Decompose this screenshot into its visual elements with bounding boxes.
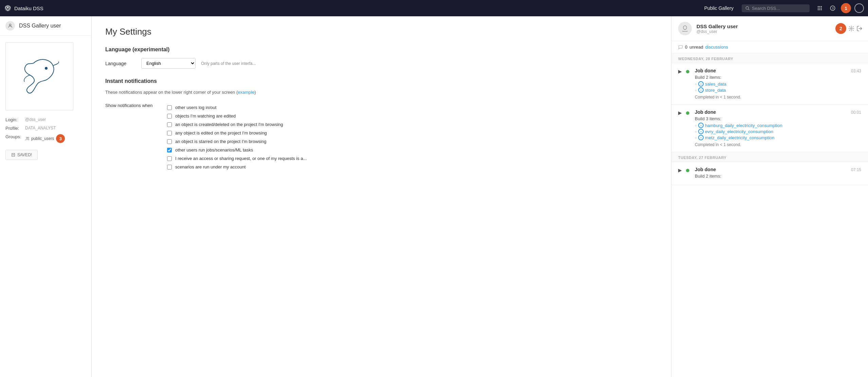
link-evry[interactable]: evry_daily_electricity_consumption bbox=[705, 129, 773, 134]
right-panel: DSS Gallery user @dss_user 2 bbox=[671, 16, 868, 377]
help-icon[interactable]: ? bbox=[828, 3, 837, 13]
link-item-sales: ○ i sales_data bbox=[695, 81, 847, 87]
checkbox-3[interactable] bbox=[167, 131, 172, 136]
checkbox-label-3: any object is edited on the project I'm … bbox=[175, 130, 267, 136]
checkbox-list: other users log in/outobjects I'm watchi… bbox=[167, 105, 307, 169]
left-panel: DSS Gallery user Login: @dss_user Profil… bbox=[0, 16, 92, 377]
settings-icon[interactable] bbox=[848, 25, 854, 32]
checkbox-5[interactable] bbox=[167, 148, 172, 152]
link-sales-data[interactable]: sales_data bbox=[705, 82, 726, 87]
play-icon-3[interactable]: ▶ bbox=[678, 167, 682, 173]
grid-icon[interactable] bbox=[815, 3, 825, 13]
unread-label: unread bbox=[689, 44, 703, 50]
dot-wrap-1 bbox=[686, 68, 691, 73]
activity-sub-1: Build 2 items: bbox=[695, 75, 847, 80]
dataset-icon-evry: i bbox=[698, 129, 704, 134]
right-panel-header: DSS Gallery user @dss_user 2 bbox=[671, 16, 868, 41]
dataset-icon-hamburg: i bbox=[698, 123, 704, 128]
nav-icons: ? 1 bbox=[815, 3, 864, 13]
link-store-data[interactable]: store_data bbox=[705, 88, 726, 93]
status-dot-1 bbox=[686, 70, 689, 73]
saved-button[interactable]: SAVED! bbox=[5, 150, 38, 160]
public-gallery-link[interactable]: Public Gallery bbox=[699, 5, 739, 11]
link-metz[interactable]: metz_daily_electricity_consumption bbox=[705, 135, 774, 140]
activity-title-3: Job done bbox=[695, 167, 847, 172]
svg-rect-5 bbox=[818, 8, 819, 9]
checkbox-label-1: objects I'm watching are edited bbox=[175, 113, 236, 119]
checkbox-item-1: objects I'm watching are edited bbox=[167, 113, 307, 119]
search-input[interactable] bbox=[752, 6, 803, 11]
svg-point-15 bbox=[26, 137, 28, 139]
example-link[interactable]: example bbox=[238, 90, 254, 95]
search-icon bbox=[745, 6, 750, 11]
activity-title-2: Job done bbox=[695, 109, 847, 115]
svg-rect-10 bbox=[821, 9, 822, 10]
user-badge-1[interactable]: 1 bbox=[841, 3, 851, 13]
svg-rect-18 bbox=[13, 154, 14, 155]
link-item-metz: ○ i metz_daily_electricity_consumption bbox=[695, 135, 847, 140]
link-hamburg[interactable]: hamburg_daily_electricity_consumption bbox=[705, 123, 782, 128]
right-panel-actions: 2 bbox=[835, 23, 863, 34]
link-item-hamburg: ○ i hamburg_daily_electricity_consumptio… bbox=[695, 123, 847, 128]
unread-bar: 0 unread discussions bbox=[671, 41, 868, 53]
svg-rect-8 bbox=[818, 9, 819, 10]
day-header-2: TUESDAY, 27 FEBRUARY bbox=[671, 152, 868, 162]
activity-title-1: Job done bbox=[695, 68, 847, 73]
activity-completed-2: Completed in < 1 second. bbox=[695, 142, 847, 147]
dataset-icon-store: i bbox=[698, 87, 704, 93]
user-avatar-image bbox=[12, 49, 67, 104]
activity-item-1: ▶ Job done Build 2 items: ○ i sales_data… bbox=[671, 63, 868, 105]
activity-time-3: 07:15 bbox=[851, 167, 861, 172]
language-select[interactable]: English French German bbox=[141, 58, 196, 69]
main-layout: DSS Gallery user Login: @dss_user Profil… bbox=[0, 16, 868, 377]
badge-2: 2 bbox=[835, 23, 846, 34]
link-item-store: ○ i store_data bbox=[695, 87, 847, 93]
unread-count: 0 bbox=[685, 44, 687, 50]
checkbox-4[interactable] bbox=[167, 139, 172, 144]
login-row: Login: @dss_user bbox=[5, 117, 86, 122]
user-avatar-circle[interactable] bbox=[854, 3, 864, 13]
saved-button-label: SAVED! bbox=[17, 152, 32, 157]
checkbox-label-2: an object is created/deleted on the proj… bbox=[175, 122, 283, 127]
save-icon bbox=[11, 153, 15, 157]
svg-rect-19 bbox=[12, 155, 14, 157]
checkbox-item-2: an object is created/deleted on the proj… bbox=[167, 122, 307, 127]
checkbox-item-7: scenarios are run under my account bbox=[167, 164, 307, 169]
play-icon-1[interactable]: ▶ bbox=[678, 69, 682, 74]
checkbox-6[interactable] bbox=[167, 156, 172, 161]
app-logo[interactable]: Dataiku DSS bbox=[4, 4, 43, 12]
svg-point-20 bbox=[851, 28, 852, 30]
link-item-evry: ○ i evry_daily_electricity_consumption bbox=[695, 129, 847, 134]
groups-label: Groups: bbox=[5, 134, 23, 139]
profile-label: Profile: bbox=[5, 126, 23, 131]
user-header-icon bbox=[5, 21, 15, 31]
checkbox-7[interactable] bbox=[167, 165, 172, 169]
profile-row: Profile: DATA_ANALYST bbox=[5, 126, 86, 131]
search-bar[interactable] bbox=[742, 4, 810, 12]
main-content: My Settings Language (experimental) Lang… bbox=[92, 16, 671, 377]
day-header-1: WEDNESDAY, 28 FEBRUARY bbox=[671, 53, 868, 63]
activity-sub-3: Build 2 items: bbox=[695, 174, 847, 179]
discussions-link[interactable]: discussions bbox=[705, 44, 728, 50]
checkbox-0[interactable] bbox=[167, 105, 172, 110]
svg-text:?: ? bbox=[832, 6, 834, 10]
checkbox-label-6: I receive an access or sharing request, … bbox=[175, 156, 307, 161]
activity-completed-1: Completed in < 1 second. bbox=[695, 95, 847, 100]
activity-item-2: ▶ Job done Build 3 items: ○ i hamburg_da… bbox=[671, 105, 868, 152]
user-avatar-box bbox=[5, 42, 73, 110]
svg-rect-9 bbox=[819, 9, 820, 10]
activity-body-3: Job done Build 2 items: bbox=[695, 167, 847, 180]
checkbox-1[interactable] bbox=[167, 114, 172, 119]
svg-rect-4 bbox=[821, 6, 822, 7]
checkbox-item-6: I receive an access or sharing request, … bbox=[167, 156, 307, 161]
group-tag: public_users bbox=[25, 136, 54, 141]
logout-icon[interactable] bbox=[856, 25, 863, 32]
checkbox-2[interactable] bbox=[167, 122, 172, 127]
status-dot-2 bbox=[686, 111, 689, 115]
play-icon-2[interactable]: ▶ bbox=[678, 110, 682, 115]
svg-rect-6 bbox=[819, 8, 820, 9]
right-panel-avatar bbox=[678, 22, 692, 35]
language-label: Language bbox=[105, 61, 136, 66]
user-info: Login: @dss_user Profile: DATA_ANALYST G… bbox=[0, 117, 91, 143]
svg-point-0 bbox=[7, 7, 8, 8]
